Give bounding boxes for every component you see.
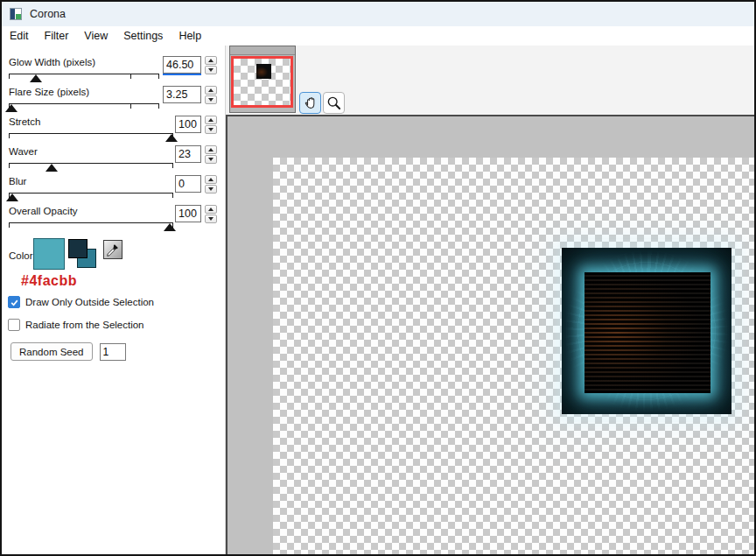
tick <box>130 74 131 79</box>
down-arrow-icon <box>208 98 214 102</box>
spin-down-button[interactable] <box>205 215 217 223</box>
window-title: Corona <box>30 8 66 20</box>
magnifier-zoom-icon <box>326 95 342 111</box>
corona-effect-image <box>562 248 732 414</box>
down-arrow-icon <box>208 128 214 131</box>
random-seed-button[interactable]: Random Seed <box>10 342 93 361</box>
stretch-slider-thumb[interactable] <box>165 134 178 142</box>
spin-down-button[interactable] <box>205 95 217 104</box>
menu-filter[interactable]: Filter <box>37 28 77 44</box>
flare-size-label: Flare Size (pixels) <box>9 87 89 97</box>
draw-outside-row: Draw Only Outside Selection <box>8 294 225 310</box>
primary-color-swatch[interactable] <box>33 238 65 270</box>
blur-label: Blur <box>9 176 26 187</box>
glow-width-input[interactable] <box>163 56 201 74</box>
random-seed-row: Random Seed <box>10 342 225 361</box>
checkmark-icon <box>10 298 19 307</box>
color-row: Color <box>2 238 225 273</box>
overall-opacity-slider-thumb[interactable] <box>164 223 176 231</box>
spin-down-button[interactable] <box>205 155 217 164</box>
hand-pan-icon <box>302 95 318 111</box>
blur-input[interactable] <box>175 175 201 193</box>
corona-dark-core <box>584 272 710 393</box>
radiate-checkbox[interactable] <box>8 319 20 331</box>
draw-outside-checkbox[interactable] <box>8 296 20 308</box>
tick <box>9 133 10 138</box>
overall-opacity-input[interactable] <box>175 205 201 222</box>
spin-down-button[interactable] <box>205 125 217 134</box>
draw-outside-label: Draw Only Outside Selection <box>25 297 154 307</box>
stretch-label: Stretch <box>9 116 40 127</box>
pan-tool-button[interactable] <box>299 92 321 114</box>
hex-color-annotation: #4facbb <box>21 273 225 289</box>
glow-width-label: Glow Width (pixels) <box>9 57 95 67</box>
down-arrow-icon <box>208 217 214 221</box>
tick <box>172 163 173 168</box>
menu-help[interactable]: Help <box>171 28 209 44</box>
radiate-row: Radiate from the Selection <box>8 317 225 333</box>
blur-row: Blur <box>2 174 225 204</box>
menu-edit[interactable]: Edit <box>2 28 37 44</box>
waver-label: Waver <box>9 146 38 157</box>
glow-width-row: Glow Width (pixels) <box>2 55 225 85</box>
menu-settings[interactable]: Settings <box>116 28 171 44</box>
tick <box>9 74 10 79</box>
tick <box>130 103 131 109</box>
overall-opacity-row: Overall Opacity <box>2 204 225 234</box>
spin-down-button[interactable] <box>205 66 217 74</box>
spin-up-button[interactable] <box>205 86 217 95</box>
waver-slider[interactable] <box>9 163 173 172</box>
overall-opacity-label: Overall Opacity <box>9 206 78 216</box>
glow-width-slider-thumb[interactable] <box>30 74 42 82</box>
up-arrow-icon <box>208 178 214 181</box>
waver-slider-thumb[interactable] <box>46 164 58 172</box>
spin-up-button[interactable] <box>205 145 217 154</box>
menu-bar: Edit Filter View Settings Help <box>2 26 754 46</box>
preview-canvas[interactable] <box>226 115 754 554</box>
up-arrow-icon <box>208 88 214 92</box>
flare-size-slider[interactable] <box>9 103 159 113</box>
flare-size-slider-thumb[interactable] <box>5 104 18 112</box>
blur-slider-thumb[interactable] <box>6 194 18 201</box>
blur-slider[interactable] <box>9 193 173 202</box>
stretch-slider[interactable] <box>9 133 173 143</box>
controls-panel: Glow Width (pixels) Flare Size (pixels) <box>2 46 226 554</box>
dark-color-swatch[interactable] <box>68 239 88 258</box>
stretch-input[interactable] <box>175 116 201 133</box>
glow-width-slider[interactable] <box>9 74 159 83</box>
secondary-color-swatches <box>68 238 96 270</box>
down-arrow-icon <box>208 68 214 72</box>
waver-input[interactable] <box>175 145 201 163</box>
up-arrow-icon <box>208 118 214 122</box>
eyedropper-button[interactable] <box>103 240 122 259</box>
zoom-tool-button[interactable] <box>323 92 345 114</box>
color-label: Color <box>9 250 32 261</box>
flare-size-input[interactable] <box>163 86 201 103</box>
down-arrow-icon <box>208 158 214 161</box>
glow-width-spinner <box>205 56 217 74</box>
overall-opacity-slider[interactable] <box>9 222 173 232</box>
spin-up-button[interactable] <box>205 116 217 124</box>
spin-up-button[interactable] <box>205 56 217 65</box>
navigator-thumbnail[interactable] <box>231 56 293 108</box>
waver-row: Waver <box>2 144 225 174</box>
spin-up-button[interactable] <box>205 175 217 184</box>
menu-view[interactable]: View <box>76 28 116 44</box>
spin-down-button[interactable] <box>205 185 217 194</box>
up-arrow-icon <box>208 208 214 211</box>
blur-spinner <box>205 175 217 194</box>
preview-toolbar-strip <box>226 46 754 115</box>
thumbnail-image-square <box>256 64 271 79</box>
preview-navigator <box>229 46 296 113</box>
tick <box>158 103 159 109</box>
corona-dialog-window: Corona Edit Filter View Settings Help Gl… <box>0 0 756 556</box>
random-seed-input[interactable] <box>100 343 126 361</box>
waver-spinner <box>205 145 217 164</box>
tick <box>172 193 173 198</box>
spin-up-button[interactable] <box>205 205 217 214</box>
navigator-drag-bar[interactable] <box>230 46 295 55</box>
up-arrow-icon <box>208 148 214 151</box>
tick <box>9 222 10 228</box>
flare-size-spinner <box>205 86 217 104</box>
radiate-label: Radiate from the Selection <box>25 320 144 330</box>
